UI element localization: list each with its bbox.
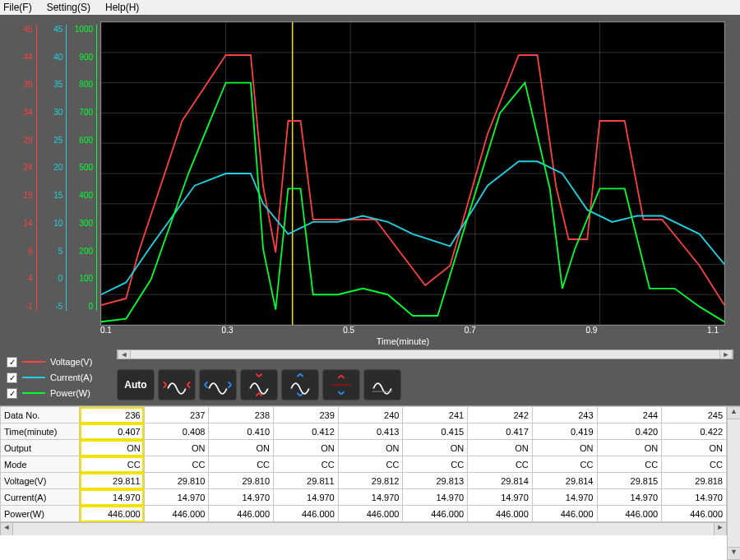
table-cell[interactable]: 0.420 bbox=[597, 423, 662, 440]
table-cell[interactable]: ON bbox=[274, 440, 339, 456]
table-cell[interactable]: CC bbox=[338, 456, 403, 473]
checkbox-voltage[interactable]: ✓ bbox=[7, 357, 17, 368]
checkbox-current[interactable]: ✓ bbox=[7, 373, 17, 383]
table-cell[interactable]: 241 bbox=[403, 407, 468, 423]
zoom-y-in-button[interactable] bbox=[240, 369, 278, 400]
table-cell[interactable]: 243 bbox=[532, 407, 597, 423]
table-cell[interactable]: CC bbox=[144, 456, 209, 473]
table-cell[interactable]: 244 bbox=[597, 407, 662, 423]
checkbox-power[interactable]: ✓ bbox=[7, 388, 17, 399]
table-cell[interactable]: 242 bbox=[468, 407, 533, 423]
table-cell[interactable]: 14.970 bbox=[144, 489, 209, 506]
scroll-right-icon[interactable]: ► bbox=[719, 350, 733, 359]
zoom-x-out-button[interactable] bbox=[199, 369, 237, 400]
table-cell[interactable]: 0.422 bbox=[662, 423, 727, 440]
table-cell[interactable]: 446.000 bbox=[403, 506, 468, 522]
y-axis-voltage: 454439342924191494-1 bbox=[7, 25, 37, 311]
table-cell[interactable]: CC bbox=[80, 456, 145, 473]
menu-file[interactable]: File(F) bbox=[3, 2, 32, 13]
table-cell[interactable]: 446.000 bbox=[209, 506, 274, 522]
table-cell[interactable]: 14.970 bbox=[532, 489, 597, 506]
table-cell[interactable]: ON bbox=[468, 440, 533, 456]
table-cell[interactable]: 29.814 bbox=[468, 473, 533, 489]
legend-power[interactable]: ✓ Power(W) bbox=[7, 388, 112, 399]
menu-help[interactable]: Help(H) bbox=[105, 2, 139, 13]
table-cell[interactable]: 245 bbox=[662, 407, 727, 423]
table-scroll-down-icon[interactable]: ▼ bbox=[728, 547, 740, 560]
table-cell[interactable]: 14.970 bbox=[274, 489, 339, 506]
chart-plot[interactable] bbox=[100, 21, 725, 326]
table-cell[interactable]: ON bbox=[532, 440, 597, 456]
graph-h-scrollbar[interactable]: ◄ ► bbox=[117, 349, 733, 359]
table-cell[interactable]: 0.408 bbox=[144, 423, 209, 440]
table-scroll-left-icon[interactable]: ◄ bbox=[0, 523, 13, 535]
legend-voltage[interactable]: ✓ Voltage(V) bbox=[7, 357, 112, 368]
table-cell[interactable]: 14.970 bbox=[597, 489, 662, 506]
scroll-left-icon[interactable]: ◄ bbox=[118, 350, 131, 359]
table-v-scrollbar[interactable]: ▲ ▼ bbox=[727, 406, 740, 560]
auto-scale-button[interactable]: Auto bbox=[117, 369, 155, 400]
table-cell[interactable]: 446.000 bbox=[597, 506, 662, 522]
table-cell[interactable]: 29.814 bbox=[532, 473, 597, 489]
zoom-x-in-button[interactable] bbox=[158, 369, 196, 400]
table-cell[interactable]: CC bbox=[532, 456, 597, 473]
table-cell[interactable]: CC bbox=[468, 456, 533, 473]
table-cell[interactable]: 446.000 bbox=[338, 506, 403, 522]
table-cell[interactable]: CC bbox=[209, 456, 274, 473]
table-cell[interactable]: 29.813 bbox=[403, 473, 468, 489]
table-cell[interactable]: 14.970 bbox=[80, 489, 145, 506]
table-cell[interactable]: CC bbox=[597, 456, 662, 473]
table-cell[interactable]: 29.810 bbox=[144, 473, 209, 489]
table-cell[interactable]: 29.810 bbox=[209, 473, 274, 489]
table-cell[interactable]: 14.970 bbox=[209, 489, 274, 506]
table-cell[interactable]: 14.970 bbox=[662, 489, 727, 506]
table-cell[interactable]: 0.413 bbox=[338, 423, 403, 440]
table-cell[interactable]: CC bbox=[662, 456, 727, 473]
table-cell[interactable]: 0.415 bbox=[403, 423, 468, 440]
y-axis-current: 454035302520151050-5 bbox=[37, 25, 67, 311]
reset-y-button[interactable] bbox=[363, 369, 401, 400]
table-cell[interactable]: 446.000 bbox=[662, 506, 727, 522]
table-cell[interactable]: 0.419 bbox=[532, 423, 597, 440]
table-cell[interactable]: 0.407 bbox=[80, 423, 145, 440]
table-scroll-right-icon[interactable]: ► bbox=[714, 523, 727, 535]
table-cell[interactable]: 0.412 bbox=[274, 423, 339, 440]
table-cell[interactable]: ON bbox=[597, 440, 662, 456]
table-cell[interactable]: 14.970 bbox=[468, 489, 533, 506]
table-cell[interactable]: 0.417 bbox=[468, 423, 533, 440]
table-cell[interactable]: 446.000 bbox=[468, 506, 533, 522]
table-cell[interactable]: 29.812 bbox=[338, 473, 403, 489]
data-table[interactable]: Data No.236237238239240241242243244245Ti… bbox=[0, 406, 727, 522]
table-cell[interactable]: 236 bbox=[80, 407, 145, 423]
table-cell[interactable]: ON bbox=[338, 440, 403, 456]
table-cell[interactable]: 446.000 bbox=[532, 506, 597, 522]
table-cell[interactable]: 446.000 bbox=[80, 506, 145, 522]
table-cell[interactable]: 446.000 bbox=[144, 506, 209, 522]
table-cell[interactable]: 240 bbox=[338, 407, 403, 423]
table-cell[interactable]: 29.818 bbox=[662, 473, 727, 489]
table-h-scrollbar[interactable]: ◄ ► bbox=[0, 522, 727, 535]
table-cell[interactable]: ON bbox=[662, 440, 727, 456]
table-cell[interactable]: ON bbox=[209, 440, 274, 456]
menu-setting[interactable]: Setting(S) bbox=[47, 2, 90, 13]
table-cell[interactable]: 14.970 bbox=[403, 489, 468, 506]
legend: ✓ Voltage(V) ✓ Current(A) ✓ Power(W) bbox=[7, 357, 112, 399]
table-cell[interactable]: 29.815 bbox=[597, 473, 662, 489]
table-cell[interactable]: ON bbox=[403, 440, 468, 456]
zoom-y-out-button[interactable] bbox=[281, 369, 319, 400]
y-adjust-button[interactable] bbox=[322, 369, 360, 400]
table-cell[interactable]: ON bbox=[144, 440, 209, 456]
table-cell[interactable]: 0.410 bbox=[209, 423, 274, 440]
table-cell[interactable]: 237 bbox=[144, 407, 209, 423]
table-cell[interactable]: 238 bbox=[209, 407, 274, 423]
table-cell[interactable]: 239 bbox=[274, 407, 339, 423]
table-scroll-up-icon[interactable]: ▲ bbox=[728, 406, 740, 419]
table-cell[interactable]: 14.970 bbox=[338, 489, 403, 506]
table-cell[interactable]: 29.811 bbox=[274, 473, 339, 489]
table-cell[interactable]: 446.000 bbox=[274, 506, 339, 522]
legend-current[interactable]: ✓ Current(A) bbox=[7, 373, 112, 383]
table-cell[interactable]: CC bbox=[274, 456, 339, 473]
table-cell[interactable]: CC bbox=[403, 456, 468, 473]
table-cell[interactable]: 29.811 bbox=[80, 473, 145, 489]
table-cell[interactable]: ON bbox=[80, 440, 145, 456]
